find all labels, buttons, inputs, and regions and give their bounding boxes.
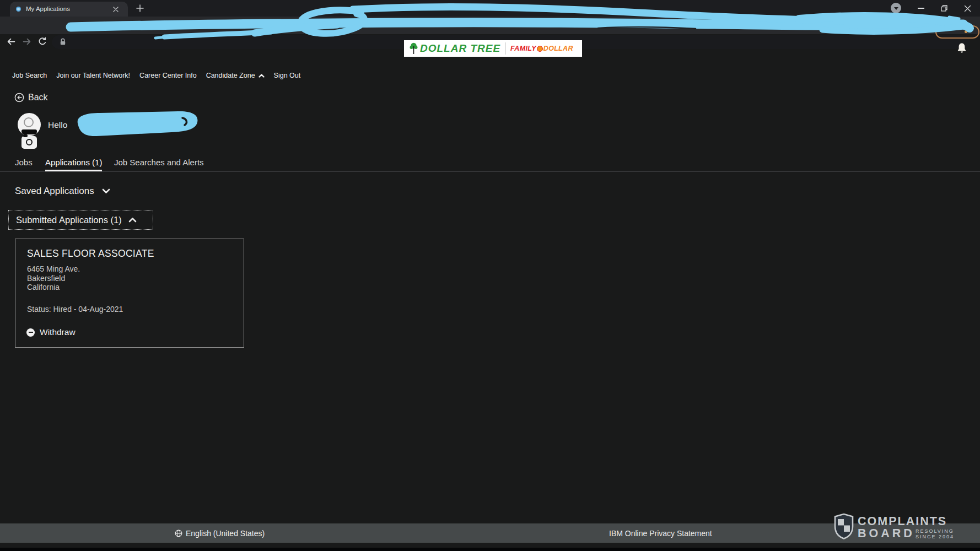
submitted-applications-toggle[interactable]: Submitted Applications (1) xyxy=(8,210,153,230)
tab-job-searches-alerts[interactable]: Job Searches and Alerts xyxy=(114,158,204,167)
url-redaction-scribble xyxy=(0,0,980,46)
camera-nub-icon xyxy=(23,134,28,137)
complaintsboard-wordmark-line2: BOARD xyxy=(858,527,915,541)
avatar xyxy=(18,113,41,136)
language-selector[interactable]: English (United States) xyxy=(175,523,265,543)
withdraw-label: Withdraw xyxy=(40,327,76,337)
chevron-up-icon xyxy=(128,217,137,223)
application-status: Status: Hired - 04-Aug-2021 xyxy=(27,305,123,314)
tab-jobs[interactable]: Jobs xyxy=(15,158,33,167)
camera-lens-icon xyxy=(26,139,33,145)
family-dollar-wordmark-dollar: DOLLAR xyxy=(543,45,573,52)
globe-icon xyxy=(175,530,182,537)
job-title: SALES FLOOR ASSOCIATE xyxy=(27,248,154,260)
back-link[interactable]: Back xyxy=(14,93,48,102)
nav-candidate-zone[interactable]: Candidate Zone xyxy=(206,72,265,79)
nav-job-search[interactable]: Job Search xyxy=(12,72,47,79)
avatar-shoulders-icon xyxy=(21,129,37,134)
tab-applications[interactable]: Applications (1) xyxy=(45,158,102,167)
greeting-text: Hello xyxy=(48,120,67,130)
saved-applications-toggle[interactable]: Saved Applications xyxy=(15,186,110,197)
chevron-up-icon xyxy=(259,74,265,78)
dollar-tree-wordmark: DOLLAR TREE xyxy=(420,42,500,55)
main-nav: Job Search Join our Talent Network! Care… xyxy=(12,72,300,79)
nav-talent-network[interactable]: Join our Talent Network! xyxy=(56,72,130,79)
withdraw-button[interactable]: Withdraw xyxy=(26,327,76,337)
chevron-down-icon xyxy=(102,188,110,194)
language-label: English (United States) xyxy=(186,529,265,538)
complaintsboard-tagline-2: SINCE 2004 xyxy=(916,534,954,539)
minus-circle-icon xyxy=(26,328,35,337)
family-dollar-wordmark-family: FAMILY xyxy=(510,45,536,52)
bottom-strip xyxy=(0,548,980,551)
job-state: California xyxy=(27,283,80,292)
submitted-applications-label: Submitted Applications (1) xyxy=(16,215,122,225)
nav-sign-out[interactable]: Sign Out xyxy=(274,72,301,79)
brand-banner: DOLLAR TREE FAMILY DOLLAR xyxy=(404,40,582,57)
complaintsboard-tagline-1: RESOLVING xyxy=(916,528,954,534)
back-label: Back xyxy=(28,93,48,102)
family-dollar-coin-icon xyxy=(537,46,543,52)
job-location: 6465 Ming Ave. Bakersfield California xyxy=(27,264,80,292)
change-photo-camera-button[interactable] xyxy=(21,136,37,149)
avatar-head-icon xyxy=(24,117,34,127)
active-tab-underline xyxy=(45,170,102,171)
profile-tabs: Jobs Applications (1) Job Searches and A… xyxy=(0,156,980,172)
notifications-bell-icon[interactable] xyxy=(956,42,967,55)
application-card: SALES FLOOR ASSOCIATE 6465 Ming Ave. Bak… xyxy=(15,239,244,348)
name-redaction-scribble xyxy=(69,109,204,139)
job-city: Bakersfield xyxy=(27,274,80,283)
browser-window: My Applications xyxy=(0,0,980,551)
banner-divider xyxy=(505,42,506,55)
nav-career-center-info[interactable]: Career Center Info xyxy=(139,72,197,79)
saved-applications-label: Saved Applications xyxy=(15,186,94,197)
dollar-tree-icon xyxy=(410,42,418,55)
complaintsboard-shield-icon xyxy=(833,513,855,539)
privacy-statement-link[interactable]: IBM Online Privacy Statement xyxy=(609,523,712,543)
back-circle-arrow-icon xyxy=(14,93,24,102)
job-address: 6465 Ming Ave. xyxy=(27,264,80,274)
